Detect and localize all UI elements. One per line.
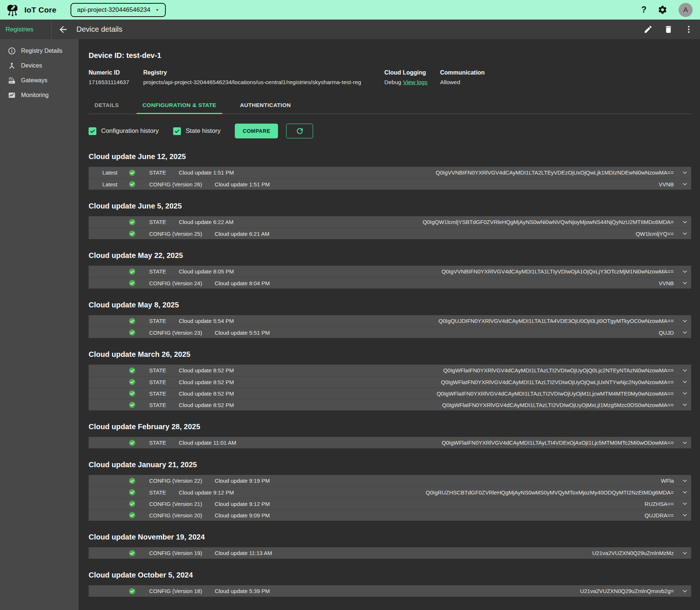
device-id-heading: Device ID: test-dev-1 [89,51,691,60]
help-button[interactable]: ? [641,6,646,14]
history-row[interactable]: CONFIG (Version 18) Cloud update 5:39 PM… [89,585,691,597]
gear-icon [658,5,668,15]
avatar[interactable]: A [679,3,693,17]
sidebar-item-monitoring[interactable]: Monitoring [0,88,79,103]
chevron-down-icon[interactable] [682,402,688,408]
history-row[interactable]: Latest CONFIG (Version 26) Cloud update … [89,178,691,190]
edit-button[interactable] [644,25,653,34]
compare-button[interactable]: COMPARE [235,124,278,138]
history-row[interactable]: STATE Cloud update 6:22 AM Q0IgQW1lcmljY… [89,216,691,228]
chevron-down-icon[interactable] [682,169,688,176]
chevron-down-icon[interactable] [682,329,688,336]
chevron-down-icon[interactable] [682,550,688,556]
row-description: Cloud update 1:51 PM [215,181,270,187]
row-description: Cloud update 9:19 PM [215,478,270,484]
chevron-down-icon[interactable] [682,181,688,187]
sidebar-item-label: Registry Details [21,48,62,54]
history-row[interactable]: CONFIG (Version 25) Cloud update 6:21 AM… [89,228,691,239]
history-row[interactable]: CONFIG (Version 22) Cloud update 9:19 PM… [89,475,691,486]
history-row[interactable]: STATE Cloud update 11:01 AM Q0IgWFlaIFN0… [89,437,691,448]
history-row[interactable]: CONFIG (Version 23) Cloud update 5:51 PM… [89,327,691,338]
history-row[interactable]: CONFIG (Version 20) Cloud update 9:09 PM… [89,509,691,521]
check-circle-icon [128,549,136,557]
history-row[interactable]: STATE Cloud update 5:54 PM Q0IgQUJDIFN0Y… [89,315,691,327]
state-history-checkbox[interactable]: State history [173,127,221,135]
tab-authentication[interactable]: AUTHENTICATION [234,96,297,114]
row-payload: Q0IgWFlaIFN0YXRlVGV4dCAyMDI1LTAzLTI2VDIw… [442,402,674,408]
update-section: Cloud update January 21, 2025 CONFIG (Ve… [89,461,691,521]
check-circle-icon [128,367,136,374]
history-row[interactable]: CONFIG (Version 24) Cloud update 8:04 PM… [89,277,691,289]
chevron-down-icon[interactable] [682,219,688,225]
meta-label: Registry [143,69,384,76]
row-type: CONFIG (Version 21) [149,501,202,507]
sidebar-item-gateways[interactable]: Gateways [0,73,79,88]
history-row[interactable]: STATE Cloud update 9:12 PM Q0IgRUZHSCBTd… [89,486,691,498]
history-row[interactable]: STATE Cloud update 8:05 PM Q0IgVVNBIFN0Y… [89,266,691,277]
checkbox-checked-icon[interactable] [173,127,181,135]
tab-configuration-state[interactable]: CONFIGURATION & STATE [137,96,222,114]
tab-bar: DETAILSCONFIGURATION & STATEAUTHENTICATI… [89,96,691,114]
update-section: Cloud update May 22, 2025 STATE Cloud up… [89,251,691,289]
history-row[interactable]: STATE Cloud update 8:52 PM Q0IgWFlaIFN0Y… [89,376,691,387]
chevron-down-icon[interactable] [682,390,688,397]
settings-button[interactable] [658,5,668,15]
project-selector[interactable]: api-project-320446546234 [71,3,166,17]
trash-icon [664,25,673,34]
history-row[interactable]: STATE Cloud update 8:52 PM Q0IgWFlaIFN0Y… [89,365,691,376]
check-circle-icon [128,500,136,507]
view-logs-link[interactable]: View logs [403,79,428,85]
chevron-down-icon[interactable] [682,230,688,237]
row-type: CONFIG (Version 22) [149,478,202,484]
chevron-down-icon[interactable] [682,379,688,385]
row-type: STATE [149,390,166,397]
device-meta: Numeric ID 1716531114637 Registry projec… [89,69,691,86]
row-payload: Q0IgWFlaIFN0YXRlVGV4dCAyMDI1LTAzLTI2VDIw… [443,367,674,373]
chevron-down-icon[interactable] [682,367,688,374]
row-type: CONFIG (Version 25) [149,231,202,237]
check-circle-icon [128,218,136,226]
tab-details[interactable]: DETAILS [89,96,125,114]
sidebar-item-registry-details[interactable]: Registry Details [0,44,79,58]
chevron-down-icon[interactable] [682,512,688,518]
chevron-down-icon[interactable] [682,440,688,446]
row-description: Cloud update 5:54 PM [179,318,234,324]
row-type: CONFIG (Version 23) [149,330,202,336]
history-row[interactable]: Latest STATE Cloud update 1:51 PM Q0IgVV… [89,167,691,178]
section-rows: STATE Cloud update 8:05 PM Q0IgVVNBIFN0Y… [89,266,691,289]
check-circle-icon [128,279,136,287]
history-row[interactable]: CONFIG (Version 19) Cloud update 11:13 A… [89,547,691,559]
history-row[interactable]: STATE Cloud update 8:52 PM Q0IgWFlaIFN0Y… [89,399,691,410]
row-description: Cloud update 6:21 AM [215,231,269,237]
chevron-down-icon[interactable] [682,500,688,507]
row-payload: QUJDRA== [645,512,674,518]
chevron-down-icon[interactable] [682,478,688,484]
more-options-button[interactable] [684,25,693,34]
row-payload: Q0IgVVNBIFN0YXRlVGV4dCAyMDI1LTA2LTEyVDEz… [436,169,674,176]
row-payload: Q0IgWFlaIFN0YXRlVGV4dCAyMDI1LTAzLTI2VDIw… [437,390,674,397]
check-circle-icon [128,329,136,336]
check-circle-icon [128,511,136,519]
refresh-button[interactable] [286,124,313,138]
refresh-icon [295,127,304,135]
chevron-down-icon[interactable] [682,280,688,286]
history-row[interactable]: CONFIG (Version 21) Cloud update 9:12 PM… [89,498,691,509]
sidebar-item-devices[interactable]: Devices [0,58,79,73]
history-row[interactable]: STATE Cloud update 8:52 PM Q0IgWFlaIFN0Y… [89,387,691,399]
chevron-down-icon[interactable] [682,489,688,496]
registries-link[interactable]: Registries [0,26,51,33]
check-circle-icon [128,317,136,325]
chevron-down-icon[interactable] [682,588,688,595]
configuration-history-checkbox[interactable]: Configuration history [89,127,159,135]
check-circle-icon [128,180,136,188]
page-title: Device details [76,25,123,34]
delete-button[interactable] [664,25,673,34]
checkbox-checked-icon[interactable] [89,127,96,135]
chevron-down-icon[interactable] [682,318,688,324]
row-payload: Q0IgQUJDIFN0YXRlVGV4dCAyMDI1LTA1LTA4VDE3… [439,318,674,324]
back-button[interactable] [58,24,68,35]
meta-field-registry: Registry projects/api-project-3204465462… [143,69,384,86]
row-payload: Q0IgWFlaIFN0YXRlVGV4dCAyMDI1LTAzLTI2VDIw… [441,379,674,385]
section-rows: STATE Cloud update 11:01 AM Q0IgWFlaIFN0… [89,437,691,448]
chevron-down-icon[interactable] [682,268,688,275]
